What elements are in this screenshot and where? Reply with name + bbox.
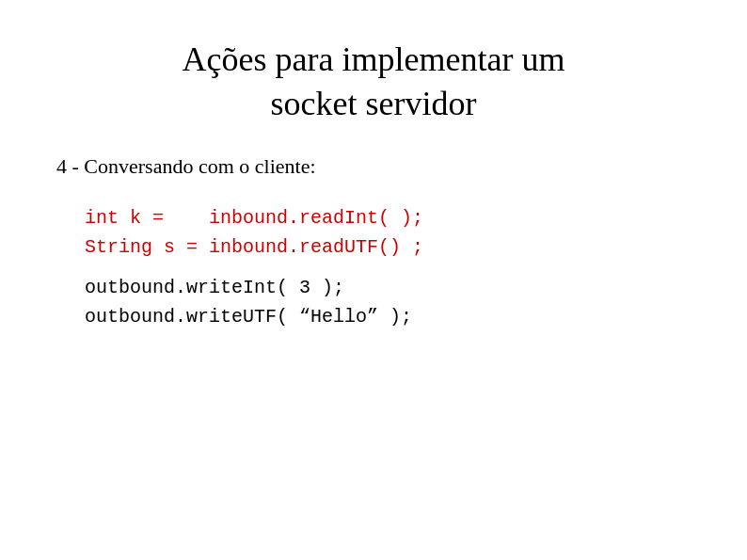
title-line1: Ações para implementar um (183, 40, 565, 78)
code-block-write: outbound.writeInt( 3 ); outbound.writeUT… (85, 277, 691, 328)
page: Ações para implementar um socket servido… (0, 0, 747, 560)
slide-title: Ações para implementar um socket servido… (56, 38, 691, 126)
code-block-read: int k = inbound.readInt( ); String s = i… (85, 207, 691, 258)
title-line2: socket servidor (271, 85, 477, 122)
subtitle-section: 4 - Conversando com o cliente: (56, 154, 691, 179)
code-line-string: String s = inbound.readUTF() ; (85, 236, 691, 258)
code-line-writeint: outbound.writeInt( 3 ); (85, 277, 691, 298)
code-line-writeutf: outbound.writeUTF( “Hello” ); (85, 306, 691, 328)
subtitle: 4 - Conversando com o cliente: (56, 154, 691, 179)
title-block: Ações para implementar um socket servido… (56, 38, 691, 126)
code-section: int k = inbound.readInt( ); String s = i… (56, 207, 691, 335)
code-line-int: int k = inbound.readInt( ); (85, 207, 691, 229)
